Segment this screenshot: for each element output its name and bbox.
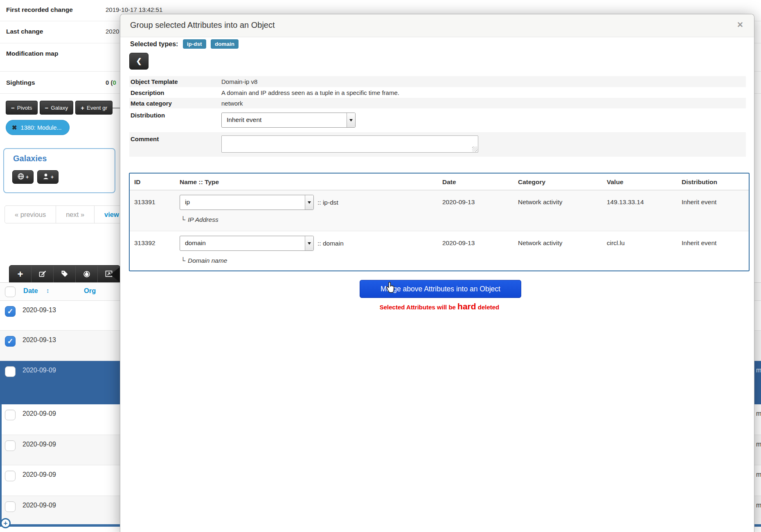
table-border-left bbox=[0, 404, 2, 525]
relation-hint-text: Domain name bbox=[188, 257, 227, 264]
close-icon[interactable]: ✖ bbox=[12, 124, 17, 131]
info-label: Distribution bbox=[131, 112, 165, 119]
row-right-fragment: m bbox=[756, 471, 761, 478]
chevron-down-icon[interactable] bbox=[347, 113, 355, 127]
row-checkbox[interactable] bbox=[5, 410, 16, 420]
pivot-breadcrumb-pill[interactable]: ✖ 1380: Module... bbox=[6, 120, 70, 135]
merge-table-row: 313391 ip :: ip-dst └IP Address 2020-09-… bbox=[130, 190, 749, 231]
rebel-alliance-icon bbox=[83, 270, 91, 280]
row-checkbox[interactable] bbox=[5, 440, 16, 451]
event-graph-toggle-button[interactable]: + Event gr bbox=[75, 101, 113, 115]
row-checkbox[interactable] bbox=[5, 366, 16, 377]
tag-icon bbox=[61, 270, 69, 280]
distribution-selected-value: Inherit event bbox=[222, 113, 347, 127]
row-date: 2020-09-13 bbox=[23, 307, 56, 314]
row-date: 2020-09-09 bbox=[23, 471, 56, 478]
selected-types-line: Selected types: ip-dst domain bbox=[130, 41, 239, 48]
check-icon: ✓ bbox=[7, 337, 13, 346]
object-template-link[interactable]: Domain-ip v8 bbox=[221, 78, 257, 85]
mouse-cursor-icon bbox=[384, 280, 398, 296]
chevron-down-icon[interactable] bbox=[305, 236, 313, 250]
row-right-fragment: m bbox=[756, 441, 761, 448]
globe-icon bbox=[17, 173, 25, 182]
next-page-button[interactable]: next » bbox=[56, 205, 95, 223]
attribute-id: 313392 bbox=[130, 231, 175, 271]
add-attribute-button[interactable]: + bbox=[9, 266, 32, 284]
info-label: Description bbox=[131, 89, 164, 96]
select-all-checkbox[interactable] bbox=[5, 286, 16, 297]
row-checkbox-checked[interactable]: ✓ bbox=[5, 306, 16, 317]
col-header-id: ID bbox=[130, 174, 175, 190]
attribute-toolbar: + bbox=[9, 265, 120, 284]
merge-table-header: ID Name :: Type Date Category Value Dist… bbox=[130, 174, 749, 190]
comment-textarea[interactable] bbox=[221, 135, 478, 153]
info-row-comment: Comment bbox=[129, 132, 746, 157]
row-checkbox[interactable] bbox=[5, 471, 16, 481]
info-row-object-template: Object Template Domain-ip v8 bbox=[129, 76, 746, 87]
merge-table-row: 313392 domain :: domain └Domain name 202… bbox=[130, 231, 749, 271]
col-header-category: Category bbox=[513, 174, 602, 190]
info-value: A domain and IP address seen as a tuple … bbox=[221, 89, 399, 96]
galaxy-rebel-button[interactable] bbox=[76, 266, 98, 284]
elbow-icon: └ bbox=[181, 257, 185, 264]
row-right-fragment: m bbox=[756, 502, 761, 509]
attribute-distribution: Inherit event bbox=[677, 190, 749, 231]
warning-suffix: deleted bbox=[476, 304, 500, 311]
resize-grip-icon[interactable] bbox=[472, 147, 477, 152]
chevron-left-icon: ❮ bbox=[136, 57, 142, 65]
sightings-count: 0 ( bbox=[106, 79, 113, 86]
sightings-value: 0 (0 bbox=[106, 79, 116, 86]
row-right-fragment: m bbox=[756, 367, 761, 374]
modal-title: Group selected Attributes into an Object bbox=[130, 20, 275, 30]
modal-header: Group selected Attributes into an Object… bbox=[120, 14, 754, 37]
quick-add-attribute-button[interactable]: + bbox=[0, 518, 11, 528]
minus-icon: − bbox=[45, 104, 49, 111]
info-label: Sightings bbox=[6, 79, 35, 86]
info-label: Last change bbox=[6, 28, 43, 35]
row-checkbox-checked[interactable]: ✓ bbox=[5, 336, 16, 347]
row-checkbox[interactable] bbox=[5, 501, 16, 512]
relation-hint: └IP Address bbox=[181, 216, 438, 223]
pivot-bar: − Pivots − Galaxy + Event gr bbox=[6, 101, 113, 115]
close-icon[interactable]: ✕ bbox=[737, 20, 743, 29]
add-local-galaxy-button[interactable]: + bbox=[37, 170, 59, 184]
info-label: First recorded change bbox=[6, 6, 73, 14]
relation-selected-value: domain bbox=[180, 236, 305, 250]
tag-button[interactable] bbox=[54, 266, 76, 284]
object-relation-select[interactable]: ip bbox=[180, 195, 314, 210]
back-button[interactable]: ❮ bbox=[129, 53, 149, 70]
row-date: 2020-09-09 bbox=[23, 410, 56, 417]
add-global-galaxy-button[interactable]: + bbox=[12, 170, 34, 184]
object-relation-select[interactable]: domain bbox=[180, 236, 314, 251]
edit-attribute-button[interactable] bbox=[32, 266, 54, 284]
plus-icon: + bbox=[17, 268, 23, 281]
sort-icon[interactable]: ↕ bbox=[46, 287, 50, 294]
info-value: 2020 bbox=[106, 28, 119, 35]
org-column-sort[interactable]: Org bbox=[84, 287, 96, 295]
merge-attributes-table: ID Name :: Type Date Category Value Dist… bbox=[129, 173, 750, 271]
attribute-id: 313391 bbox=[130, 190, 175, 231]
event-graph-label: Event gr bbox=[87, 105, 107, 111]
galaxies-title: Galaxies bbox=[13, 154, 47, 163]
row-date: 2020-09-09 bbox=[23, 441, 56, 448]
galaxy-toggle-button[interactable]: − Galaxy bbox=[40, 101, 74, 115]
chevron-down-icon[interactable] bbox=[305, 195, 313, 210]
info-label: Modification map bbox=[6, 50, 58, 57]
row-date: 2020-09-09 bbox=[23, 502, 56, 509]
distribution-select[interactable]: Inherit event bbox=[221, 113, 356, 128]
pivots-toggle-button[interactable]: − Pivots bbox=[6, 101, 38, 115]
pivot-pill-label: 1380: Module... bbox=[21, 124, 62, 131]
col-header-date: Date bbox=[438, 174, 513, 190]
attribute-type: :: ip-dst bbox=[317, 199, 338, 206]
attribute-date: 2020-09-13 bbox=[438, 190, 513, 231]
info-label: Object Template bbox=[131, 78, 178, 85]
warning-prefix: Selected Attributes will be bbox=[380, 304, 457, 311]
col-header-distribution: Distribution bbox=[677, 174, 749, 190]
info-value: 2019-10-17 13:42:51 bbox=[106, 6, 162, 13]
attribute-date: 2020-09-13 bbox=[438, 231, 513, 271]
person-icon bbox=[42, 173, 50, 182]
row-date: 2020-09-13 bbox=[23, 336, 56, 344]
warning-emphasis: hard bbox=[457, 302, 476, 311]
previous-page-button[interactable]: « previous bbox=[5, 205, 56, 223]
date-column-sort[interactable]: Date bbox=[23, 287, 38, 295]
